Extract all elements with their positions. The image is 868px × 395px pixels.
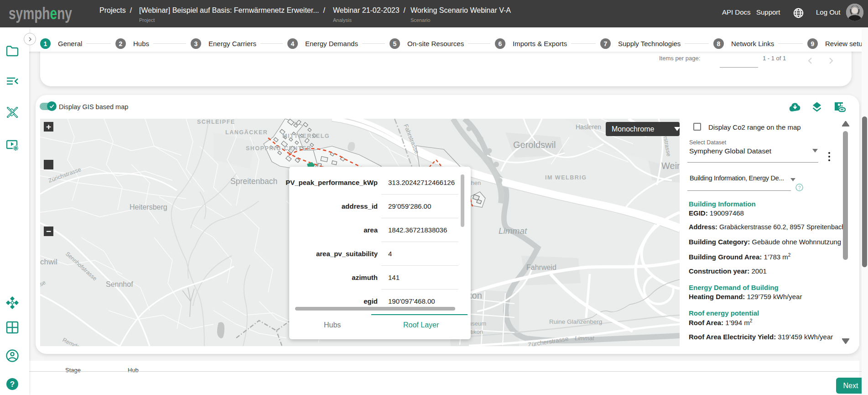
svg-text:Weinin: Weinin — [661, 161, 680, 171]
svg-text:Ruine Glanzenberg: Ruine Glanzenberg — [549, 318, 602, 325]
svg-text:Sennhof: Sennhof — [106, 280, 133, 288]
svg-text:Limmat: Limmat — [499, 226, 527, 236]
svg-text:Hasleren: Hasleren — [576, 123, 601, 131]
svg-text:Limmat: Limmat — [575, 335, 595, 342]
svg-text:Spreitenbach: Spreitenbach — [230, 177, 277, 186]
svg-text:?: ? — [10, 380, 15, 389]
svg-text:Fahrweid: Fahrweid — [526, 263, 556, 271]
svg-text:LANGÄCKER: LANGÄCKER — [225, 129, 268, 136]
svg-text:MITTLERZELG: MITTLERZELG — [282, 133, 330, 139]
svg-text:SHOPPING-CENTER: SHOPPING-CENTER — [246, 145, 312, 152]
svg-text:IM WELBRIG: IM WELBRIG — [545, 174, 587, 181]
svg-text:Heitersberg: Heitersberg — [130, 203, 167, 211]
svg-text:Geroldswil: Geroldswil — [513, 140, 556, 150]
svg-text:SCHLEIPFE: SCHLEIPFE — [197, 119, 235, 125]
svg-text:chwil: chwil — [40, 258, 57, 266]
svg-text:?: ? — [798, 185, 800, 190]
